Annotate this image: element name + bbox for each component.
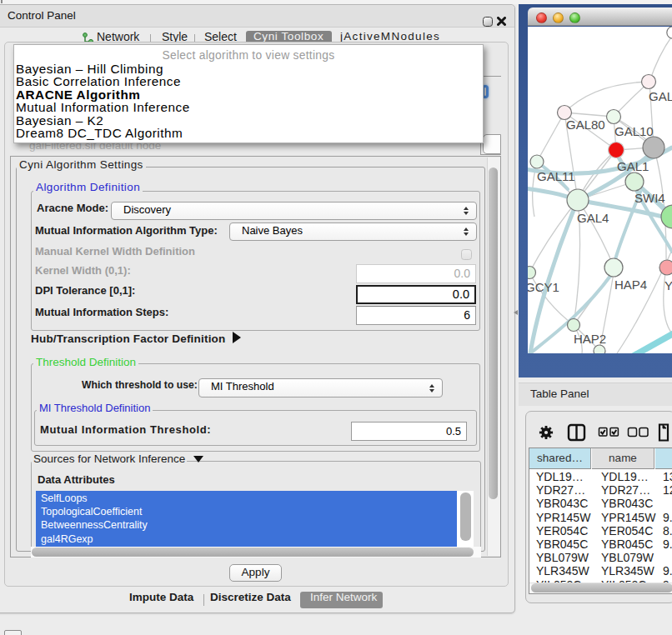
svg-text:GAL80: GAL80 [566, 118, 605, 132]
svg-text:GAL1: GAL1 [617, 159, 649, 173]
svg-text:HAP2: HAP2 [574, 332, 606, 346]
svg-text:GCY1: GCY1 [528, 280, 559, 294]
svg-text:SWI4: SWI4 [634, 191, 665, 205]
svg-text:GAL11: GAL11 [537, 169, 575, 183]
svg-text:HAP4: HAP4 [614, 278, 647, 292]
svg-text:Y: Y [664, 278, 672, 292]
svg-text:GAL10: GAL10 [614, 124, 654, 138]
svg-text:GAL4: GAL4 [577, 211, 609, 225]
svg-text:GAL2: GAL2 [649, 89, 672, 103]
